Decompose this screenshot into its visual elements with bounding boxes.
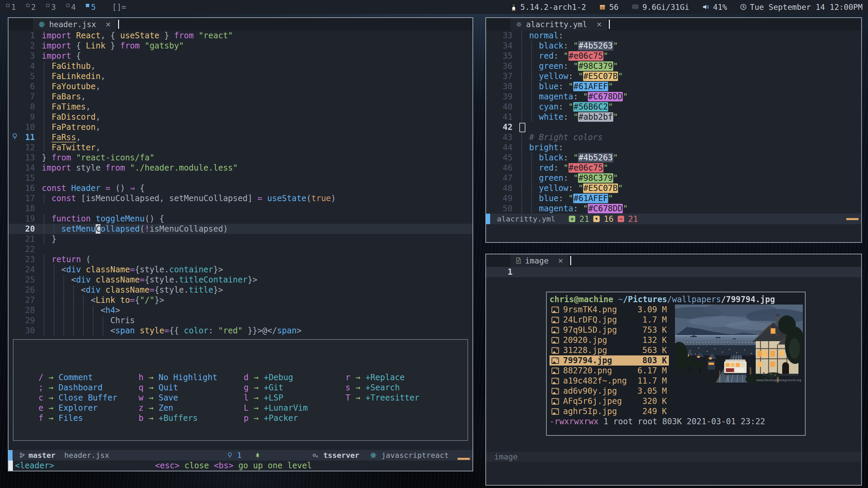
file-row-31228.jpg[interactable]: 31228.jpg563 K — [549, 345, 669, 355]
code-line-1[interactable]: 1import React, { useState } from "react" — [8, 31, 472, 41]
workspace-3[interactable]: 3 — [45, 2, 57, 12]
token: [isMenuCollapsed, setMenuCollapsed] — [81, 194, 257, 203]
file-row-9rsmTK4.png[interactable]: 9rsmTK4.png3.09 M — [549, 305, 669, 315]
code-line-22[interactable]: 22 — [8, 244, 472, 254]
scrollbar-indicator[interactable] — [846, 218, 859, 220]
layout-indicator[interactable]: []= — [112, 3, 126, 12]
whichkey-item--search[interactable]: s→+Search — [342, 383, 467, 393]
code-line-27[interactable]: 27│ │ │ │ │ <Link to={"/"}> — [8, 295, 472, 305]
file-row-882720.png[interactable]: 882720.png6.17 M — [549, 366, 669, 376]
close-icon[interactable]: × — [597, 19, 602, 29]
code-line-34[interactable]: 34│ │ black: "#4b5263" — [486, 41, 861, 51]
code-line-11[interactable]: 11│ FaRss, — [8, 132, 472, 142]
code-line-30[interactable]: 30│ │ │ │ │ │ │ <span style={{ color: "r… — [8, 326, 472, 336]
file-row-aghr5Ip.jpg[interactable]: aghr5Ip.jpg249 K — [549, 406, 669, 416]
code-line-15[interactable]: 15 — [8, 173, 472, 183]
code-line-24[interactable]: 24│ │ <div className={style.container}> — [8, 265, 472, 275]
code-line-25[interactable]: 25│ │ │ <div className={style.titleConta… — [8, 275, 472, 285]
code-line-17[interactable]: 17│ const [isMenuCollapsed, setMenuColla… — [8, 193, 472, 203]
code-line-41[interactable]: 41│ │ white: "#abb2bf" — [486, 112, 861, 122]
code-line-47[interactable]: 47│ │ green: "#98C379" — [486, 173, 861, 183]
file-row-799794.jpg[interactable]: 799794.jpg803 K — [549, 355, 669, 366]
code-line-37[interactable]: 37│ │ yellow: "#E5C07B" — [486, 71, 861, 81]
code-line-26[interactable]: 26│ │ │ │ <div className={style.title}> — [8, 285, 472, 295]
code-line-44[interactable]: 44│ bright: — [486, 142, 861, 153]
code-area-left[interactable]: 1import React, { useState } from "react"… — [8, 31, 472, 336]
code-line-18[interactable]: 18 — [8, 203, 472, 214]
close-icon[interactable]: × — [105, 19, 111, 29]
code-line-3[interactable]: 3import { — [8, 51, 472, 61]
file-row-97q9L5D.jpg[interactable]: 97q9L5D.jpg753 K — [549, 325, 669, 335]
token: () — [115, 183, 130, 193]
whichkey-item-dashboard[interactable]: ;→Dashboard — [35, 383, 135, 393]
git-branch-name[interactable]: master — [28, 451, 55, 460]
code-line-5[interactable]: 5│ FaLinkedin, — [8, 71, 472, 81]
code-line-43[interactable]: 43│ # Bright colors — [486, 132, 861, 142]
code-line-49[interactable]: 49│ │ blue: "#61AFEF" — [486, 193, 861, 203]
code-line-42[interactable]: 42 — [486, 122, 861, 132]
file-row-24LrDFQ.jpg[interactable]: 24LrDFQ.jpg1.7 M — [549, 315, 669, 325]
lightbulb-icon[interactable] — [12, 133, 18, 140]
code-line-46[interactable]: 46│ │ red: "#e06c75" — [486, 163, 861, 173]
code-line-6[interactable]: 6│ FaYoutube, — [8, 81, 472, 92]
code-line-33[interactable]: 33│ normal: — [486, 31, 861, 41]
workspace-1[interactable]: 1 — [5, 2, 17, 12]
code-line-38[interactable]: 38│ │ blue: "#61AFEF" — [486, 81, 861, 92]
code-line-12[interactable]: 12│ FaTwitter, — [8, 142, 472, 153]
close-icon[interactable]: × — [558, 256, 563, 266]
whichkey-item-save[interactable]: w→Save — [135, 393, 240, 403]
code-line-50[interactable]: 50│ │ magenta: "#C678DD" — [486, 203, 861, 214]
whichkey-item--packer[interactable]: p→+Packer — [240, 413, 342, 423]
whichkey-item--treesitter[interactable]: T→+Treesitter — [342, 393, 467, 403]
file-row-a19c482f~.png[interactable]: a19c482f~.png11.7 M — [549, 376, 669, 386]
code-line-29[interactable]: 29│ │ │ │ │ │ │ Chris — [8, 315, 472, 326]
code-line-35[interactable]: 35│ │ red: "#e06c75" — [486, 51, 861, 61]
code-line-13[interactable]: 13} from "react-icons/fa" — [8, 153, 472, 163]
file-row-20920.jpg[interactable]: 20920.jpg132 K — [549, 335, 669, 345]
code-line-14[interactable]: 14import style from "./header.module.les… — [8, 163, 472, 173]
file-row-ad6v90y.jpg[interactable]: ad6v90y.jpg3.05 M — [549, 386, 669, 396]
code-line-28[interactable]: 28│ │ │ │ │ │ <h4> — [8, 305, 472, 315]
code-line-1[interactable]: 1 — [486, 267, 861, 277]
code-area-image[interactable]: 1 — [486, 267, 861, 277]
tab-image[interactable]: image × — [510, 254, 568, 267]
file-row-AFq5r6j.jpeg[interactable]: AFq5r6j.jpeg320 K — [549, 396, 669, 406]
code-area-alacritty[interactable]: 33│ normal:34│ │ black: "#4b5263"35│ │ r… — [486, 31, 861, 214]
workspace-5[interactable]: 5 — [85, 2, 97, 12]
whichkey-item-zen[interactable]: z→Zen — [135, 403, 240, 413]
code-line-16[interactable]: 16const Header = () ⇒ { — [8, 183, 472, 193]
code-line-9[interactable]: 9│ FaDiscord, — [8, 112, 472, 122]
whichkey-item-comment[interactable]: /→Comment — [35, 372, 135, 383]
code-line-19[interactable]: 19│ function toggleMenu() { — [8, 214, 472, 224]
code-line-36[interactable]: 36│ │ green: "#98C379" — [486, 61, 861, 71]
whichkey-item-no-highlight[interactable]: h→No Highlight — [135, 372, 240, 383]
whichkey-item-files[interactable]: f→Files — [35, 413, 135, 423]
whichkey-item--lsp[interactable]: l→+LSP — [240, 393, 342, 403]
scrollbar-indicator[interactable] — [458, 458, 470, 460]
line-text: │ FaTwitter, — [35, 142, 100, 153]
code-line-10[interactable]: 10│ FaPatreon, — [8, 122, 472, 132]
whichkey-item-close-buffer[interactable]: c→Close Buffer — [35, 393, 135, 403]
code-line-4[interactable]: 4│ FaGithub, — [8, 61, 472, 71]
code-line-20[interactable]: 20│ │ setMenuCollapsed(!isMenuCollapsed) — [8, 224, 472, 234]
whichkey-item--lunarvim[interactable]: L→+LunarVim — [240, 403, 342, 413]
code-line-40[interactable]: 40│ │ cyan: "#56B6C2" — [486, 102, 861, 112]
whichkey-item-explorer[interactable]: e→Explorer — [35, 403, 135, 413]
code-line-8[interactable]: 8│ FaTimes, — [8, 102, 472, 112]
code-line-7[interactable]: 7│ FaBars, — [8, 92, 472, 102]
tab-alacritty-yml[interactable]: alacritty.yml × — [510, 18, 607, 31]
code-line-23[interactable]: 23│ return ( — [8, 254, 472, 265]
tab-header-jsx[interactable]: header.jsx × — [33, 18, 116, 31]
workspace-2[interactable]: 2 — [25, 2, 37, 12]
code-line-21[interactable]: 21│ } — [8, 234, 472, 244]
workspace-4[interactable]: 4 — [65, 2, 77, 12]
whichkey-item--replace[interactable]: r→+Replace — [342, 372, 467, 383]
whichkey-item--git[interactable]: g→+Git — [240, 383, 342, 393]
whichkey-item-quit[interactable]: q→Quit — [135, 383, 240, 393]
code-line-45[interactable]: 45│ │ black: "#4b5263" — [486, 153, 861, 163]
code-line-39[interactable]: 39│ │ magenta: "#C678DD" — [486, 92, 861, 102]
whichkey-item--buffers[interactable]: b→+Buffers — [135, 413, 240, 423]
code-line-2[interactable]: 2import { Link } from "gatsby" — [8, 41, 472, 51]
code-line-48[interactable]: 48│ │ yellow: "#E5C07B" — [486, 183, 861, 193]
whichkey-item--debug[interactable]: d→+Debug — [240, 372, 342, 383]
